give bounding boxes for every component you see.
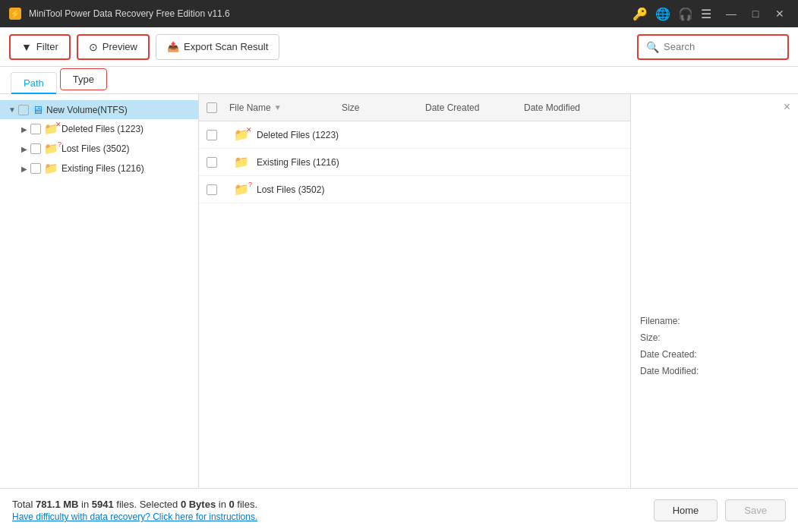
header-filename[interactable]: File Name ▼ xyxy=(229,102,342,113)
tree-root-item[interactable]: ▼ 🖥 New Volume(NTFS) xyxy=(0,100,198,119)
header-date-modified[interactable]: Date Modified xyxy=(524,102,623,113)
preview-icon: ⊙ xyxy=(89,41,98,53)
total-size: 781.1 MB xyxy=(36,499,78,510)
tab-type-label: Type xyxy=(73,74,94,85)
export-label: Export Scan Result xyxy=(184,41,268,52)
minimize-button[interactable]: — xyxy=(721,3,742,24)
selected-files: 0 xyxy=(229,499,234,510)
existing-folder-icon: 📁 xyxy=(44,162,58,175)
selected-size: 0 Bytes xyxy=(181,499,216,510)
file-list-body: 📁✕ Deleted Files (1223) 📁 Exist xyxy=(199,121,630,488)
info-filename-label: Filename: xyxy=(640,316,680,326)
info-date-modified-label: Date Modified: xyxy=(640,366,699,376)
existing-expand-icon: ▶ xyxy=(18,165,30,173)
in-text2: in xyxy=(216,499,229,510)
titlebar: ⚡ MiniTool Power Data Recovery Free Edit… xyxy=(0,0,798,27)
search-box[interactable]: 🔍 xyxy=(637,34,789,60)
search-icon: 🔍 xyxy=(646,41,659,53)
row2-filename-col: 📁 Existing Files (1216) xyxy=(229,155,342,169)
headphone-icon[interactable]: 🎧 xyxy=(678,7,693,21)
table-row[interactable]: 📁? Lost Files (3502) xyxy=(199,176,630,203)
filter-icon: ▼ xyxy=(21,41,32,53)
main-content: ▼ 🖥 New Volume(NTFS) ▶ 📁✕ Deleted Files … xyxy=(0,94,798,488)
tree-item-existing[interactable]: ▶ 📁 Existing Files (1216) xyxy=(12,159,198,178)
files-text2: files. xyxy=(235,499,257,510)
status-main-text: Total 781.1 MB in 5941 files. Selected 0… xyxy=(12,499,654,510)
row2-icon: 📁 xyxy=(234,155,249,169)
info-date-modified-row: Date Modified: xyxy=(640,366,789,376)
row2-filename: Existing Files (1216) xyxy=(257,157,339,168)
key-icon[interactable]: 🔑 xyxy=(632,7,648,21)
filter-label: Filter xyxy=(36,41,58,52)
tree-item-deleted[interactable]: ▶ 📁✕ Deleted Files (1223) xyxy=(12,119,198,139)
deleted-checkbox[interactable] xyxy=(30,124,41,134)
lost-label: Lost Files (3502) xyxy=(62,143,129,154)
info-size-label: Size: xyxy=(640,332,661,343)
row3-check-col xyxy=(207,184,229,195)
search-input[interactable] xyxy=(664,41,780,52)
row3-filename: Lost Files (3502) xyxy=(257,184,324,195)
table-row[interactable]: 📁 Existing Files (1216) xyxy=(199,149,630,176)
info-panel-close[interactable]: × xyxy=(784,100,790,114)
file-list-area: File Name ▼ Size Date Created Date Modif… xyxy=(199,94,631,488)
filter-button[interactable]: ▼ Filter xyxy=(9,34,71,60)
header-checkbox[interactable] xyxy=(207,102,217,113)
close-button[interactable]: ✕ xyxy=(769,3,790,24)
globe-icon[interactable]: 🌐 xyxy=(655,7,670,21)
help-link[interactable]: Have difficulty with data recovery? Clic… xyxy=(12,512,654,522)
header-size[interactable]: Size xyxy=(342,102,425,113)
status-actions: Home Save xyxy=(654,499,786,521)
row1-icon: 📁✕ xyxy=(234,127,249,142)
info-details-area: Filename: Size: Date Created: Date Modif… xyxy=(640,316,789,376)
preview-button[interactable]: ⊙ Preview xyxy=(77,34,150,60)
file-list-header: File Name ▼ Size Date Created Date Modif… xyxy=(199,94,630,121)
drive-icon: 🖥 xyxy=(32,103,43,116)
right-panel: File Name ▼ Size Date Created Date Modif… xyxy=(199,94,798,488)
tree-item-lost[interactable]: ▶ 📁? Lost Files (3502) xyxy=(12,139,198,159)
tabs-row: Path Type xyxy=(0,67,798,94)
root-checkbox[interactable] xyxy=(18,105,29,115)
toolbar: ▼ Filter ⊙ Preview 📤 Export Scan Result … xyxy=(0,27,798,67)
header-date-created[interactable]: Date Created xyxy=(425,102,524,113)
app-title: MiniTool Power Data Recovery Free Editio… xyxy=(29,8,632,19)
total-files: 5941 xyxy=(92,499,114,510)
deleted-label: Deleted Files (1223) xyxy=(62,124,144,134)
table-row[interactable]: 📁✕ Deleted Files (1223) xyxy=(199,121,630,149)
expand-icon: ▼ xyxy=(6,105,18,114)
export-button[interactable]: 📤 Export Scan Result xyxy=(156,34,279,60)
title-icons: 🔑 🌐 🎧 ☰ xyxy=(632,7,711,21)
row3-checkbox[interactable] xyxy=(207,184,217,195)
files-text: files. Selected xyxy=(114,499,181,510)
root-label: New Volume(NTFS) xyxy=(46,105,128,115)
lost-folder-icon: 📁? xyxy=(44,142,58,156)
info-panel: × Filename: Size: Date Created: Date Mod… xyxy=(631,94,798,488)
export-icon: 📤 xyxy=(167,41,179,52)
lost-checkbox[interactable] xyxy=(30,143,41,154)
home-button[interactable]: Home xyxy=(654,499,718,521)
app-icon: ⚡ xyxy=(8,6,23,21)
info-filename-row: Filename: xyxy=(640,316,789,326)
statusbar: Total 781.1 MB in 5941 files. Selected 0… xyxy=(0,488,798,532)
sort-icon: ▼ xyxy=(274,103,282,112)
file-tree-panel: ▼ 🖥 New Volume(NTFS) ▶ 📁✕ Deleted Files … xyxy=(0,94,199,488)
row1-checkbox[interactable] xyxy=(207,130,217,140)
existing-label: Existing Files (1216) xyxy=(62,163,144,174)
maximize-button[interactable]: □ xyxy=(745,3,766,24)
row3-filename-col: 📁? Lost Files (3502) xyxy=(229,182,342,197)
tab-type[interactable]: Type xyxy=(60,68,107,90)
lost-expand-icon: ▶ xyxy=(18,145,30,153)
preview-label: Preview xyxy=(103,41,137,52)
window-controls: — □ ✕ xyxy=(721,3,790,24)
row2-checkbox[interactable] xyxy=(207,157,217,168)
menu-icon[interactable]: ☰ xyxy=(701,7,711,21)
info-date-created-row: Date Created: xyxy=(640,349,789,360)
row1-filename-col: 📁✕ Deleted Files (1223) xyxy=(229,127,342,142)
total-label: Total xyxy=(12,499,36,510)
tab-path[interactable]: Path xyxy=(11,72,57,94)
deleted-folder-icon: 📁✕ xyxy=(44,122,58,136)
row1-filename: Deleted Files (1223) xyxy=(257,130,339,140)
save-button[interactable]: Save xyxy=(725,499,786,521)
row1-check-col xyxy=(207,130,229,140)
status-text-area: Total 781.1 MB in 5941 files. Selected 0… xyxy=(12,499,654,522)
existing-checkbox[interactable] xyxy=(30,163,41,174)
